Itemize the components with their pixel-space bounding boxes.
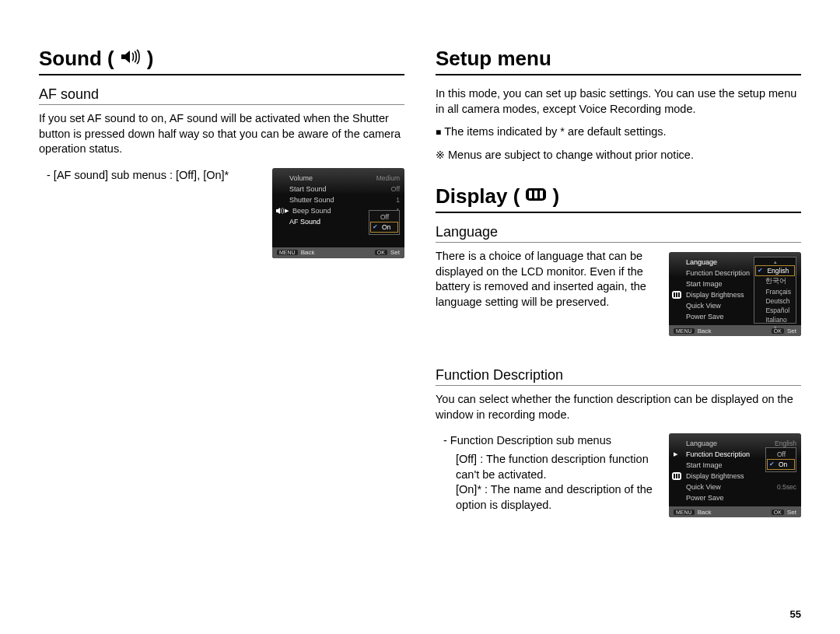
menu-item-shuttersound: Shutter Sound	[289, 196, 334, 204]
menu-tag: MENU	[277, 250, 298, 255]
setup-note2: ※Menus are subject to change without pri…	[436, 148, 801, 163]
opt-off: Off	[369, 212, 399, 222]
funcdesc-options: Off ✔On	[765, 447, 796, 472]
afsound-options: Off ✔On	[369, 210, 400, 235]
menu-item-quickview: Quick View	[686, 483, 721, 491]
setup-intro: In this mode, you can set up basic setti…	[436, 86, 801, 117]
sound-heading-close: )	[147, 47, 154, 71]
sound-heading-text: Sound (	[39, 47, 114, 71]
display-icon	[524, 184, 548, 208]
check-icon: ✔	[373, 223, 378, 230]
opt-on: On	[779, 461, 787, 468]
opt-korean: 한국어	[754, 276, 796, 287]
svg-rect-3	[540, 191, 543, 198]
menu-item-language: Language	[686, 258, 717, 266]
menu-item-brightness: Display Brightness	[686, 472, 744, 480]
language-options: ▴ ✔English 한국어 Français Deutsch Español …	[754, 257, 796, 324]
af-sound-heading: AF sound	[39, 86, 404, 105]
speaker-small-icon	[275, 205, 285, 216]
menu-item-funcdesc: Function Description	[686, 269, 750, 277]
funcdesc-sub: - Function Description sub menus	[443, 433, 658, 449]
opt-deutsch: Deutsch	[754, 296, 796, 306]
display-small-icon	[671, 471, 682, 482]
page-number: 55	[790, 608, 801, 620]
af-sound-submenus: - [AF sound] sub menus : [Off], [On]*	[47, 168, 261, 184]
opt-english: English	[767, 267, 789, 275]
menu-item-volume: Volume	[289, 174, 313, 182]
setup-note1: ■The items indicated by * are default se…	[436, 124, 801, 140]
check-icon: ✔	[769, 461, 775, 468]
shot-footer: MENU Back OK Set	[272, 247, 404, 258]
language-desc: There is a choice of language that can b…	[436, 249, 658, 310]
menu-item-startimage: Start Image	[686, 280, 723, 288]
funcdesc-heading: Function Description	[436, 367, 801, 386]
menu-item-funcdesc: Function Description	[686, 450, 750, 458]
svg-rect-10	[676, 474, 677, 478]
opt-on: On	[382, 223, 390, 231]
af-sound-screenshot: VolumeMedium Start SoundOff Shutter Soun…	[272, 168, 404, 258]
opt-francais: Français	[754, 287, 796, 296]
language-screenshot: Language Function Description Start Imag…	[669, 252, 801, 336]
funcdesc-para: You can select whether the function desc…	[436, 392, 801, 422]
menu-item-powersave: Power Save	[686, 313, 724, 321]
svg-rect-7	[678, 292, 680, 297]
menu-item-startsound: Start Sound	[289, 185, 327, 193]
right-column: Setup menu In this mode, you can set up …	[436, 47, 801, 517]
af-sound-desc: If you set AF sound to on, AF sound will…	[39, 111, 404, 157]
svg-rect-2	[534, 191, 537, 198]
display-small-icon	[671, 289, 682, 300]
menu-item-powersave: Power Save	[686, 494, 724, 502]
opt-espanol: Español	[754, 306, 796, 315]
manual-page: Sound ( ) AF sound If you set AF sound t…	[39, 47, 801, 517]
opt-italiano: Italiano	[754, 315, 796, 324]
svg-rect-6	[676, 292, 677, 297]
ok-tag: OK	[375, 250, 387, 255]
back-label: Back	[301, 249, 315, 256]
svg-rect-11	[678, 474, 680, 478]
svg-rect-9	[674, 474, 675, 478]
speaker-icon	[119, 47, 142, 71]
menu-item-startimage: Start Image	[686, 461, 723, 469]
menu-item-quickview: Quick View	[686, 302, 721, 310]
language-heading: Language	[436, 224, 801, 243]
svg-rect-1	[529, 191, 532, 198]
shot-footer: MENU Back OK Set	[669, 506, 801, 517]
left-column: Sound ( ) AF sound If you set AF sound t…	[39, 47, 404, 517]
menu-item-beepsound: Beep Sound	[292, 207, 331, 215]
set-label: Set	[390, 249, 400, 256]
opt-off: Off	[766, 450, 796, 459]
menu-item-brightness: Display Brightness	[686, 291, 744, 299]
menu-item-language: Language	[686, 440, 717, 447]
svg-rect-5	[674, 292, 675, 297]
funcdesc-off: [Off] : The function description functio…	[456, 452, 658, 482]
funcdesc-on: [On]* : The name and description of the …	[456, 482, 658, 513]
menu-item-afsound: AF Sound	[289, 218, 320, 226]
sound-heading: Sound ( )	[39, 47, 404, 75]
setup-heading: Setup menu	[436, 47, 801, 75]
check-icon: ✔	[758, 267, 763, 274]
funcdesc-screenshot: LanguageEnglish ▶Function Description St…	[669, 433, 801, 517]
display-heading: Display ( )	[436, 184, 801, 213]
